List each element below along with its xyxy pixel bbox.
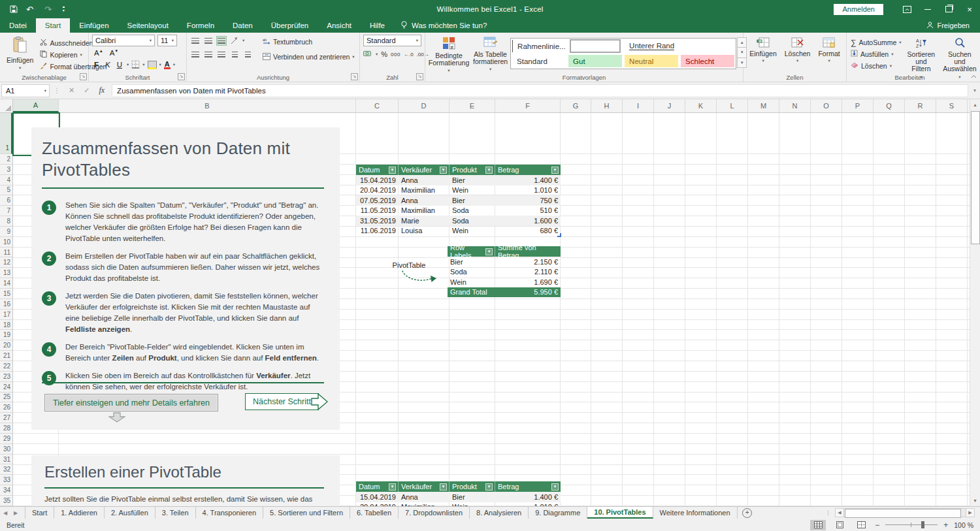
increase-indent-icon[interactable] — [242, 50, 253, 59]
grow-font-button[interactable]: A▲ — [92, 49, 105, 57]
customize-qat-button[interactable]: ▾ — [63, 7, 65, 12]
filter-dropdown-icon[interactable]: ▼ — [440, 167, 447, 174]
clipboard-dialog-launcher[interactable]: ↘ — [80, 73, 87, 80]
comma-style-icon[interactable]: 000 — [391, 52, 400, 57]
cell[interactable]: Bier — [449, 195, 495, 206]
row-header-26[interactable]: 26 — [0, 402, 12, 413]
normal-view-button[interactable] — [810, 520, 826, 530]
sign-in-button[interactable]: Anmelden — [834, 4, 883, 15]
cell[interactable]: 31.05.2019 — [356, 216, 399, 226]
sheet-tab-1-addieren[interactable]: 1. Addieren — [54, 507, 105, 519]
accounting-format-icon[interactable] — [363, 50, 372, 58]
cell[interactable]: Anna — [399, 175, 449, 185]
font-dialog-launcher[interactable]: ↘ — [178, 73, 185, 80]
cell[interactable]: 750 € — [495, 195, 561, 206]
sheet-tab-9-diagramme[interactable]: 9. Diagramme — [529, 507, 587, 519]
horizontal-scrollbar[interactable] — [844, 508, 966, 517]
cell[interactable]: Maximilian — [399, 206, 449, 216]
sheet-tab-8-analysieren[interactable]: 8. Analysieren — [470, 507, 529, 519]
filter-dropdown-icon[interactable]: ▼ — [389, 167, 396, 174]
table-header-betrag[interactable]: Betrag▼ — [495, 481, 561, 492]
row-header-17[interactable]: 17 — [0, 310, 12, 320]
zoom-slider-thumb[interactable] — [921, 521, 924, 528]
align-bottom-icon[interactable] — [216, 36, 227, 46]
table-header-datum[interactable]: Datum▼ — [356, 481, 399, 492]
row-header-33[interactable]: 33 — [0, 475, 12, 485]
cell[interactable]: 11.06.2019 — [356, 226, 399, 236]
filter-dropdown-icon[interactable]: ▼ — [440, 483, 447, 491]
hscroll-right-icon[interactable]: ▶ — [966, 508, 975, 517]
scroll-down-icon[interactable]: ▼ — [970, 495, 980, 506]
cell[interactable]: Wein — [449, 226, 495, 236]
fill-button[interactable]: Ausfüllen▾ — [849, 48, 904, 59]
row-header-1[interactable]: 1 — [0, 113, 12, 154]
column-header-O[interactable]: O — [811, 99, 842, 112]
ribbon-display-options-button[interactable] — [896, 0, 917, 18]
autosum-button[interactable]: ∑ AutoSumme▾ — [849, 37, 904, 48]
conditional-formatting-button[interactable]: ≠ Bedingte Formatierung ▾ — [427, 35, 470, 75]
column-header-R[interactable]: R — [905, 99, 936, 112]
cell[interactable]: Grand Total — [448, 287, 495, 298]
sheet-tab-7-dropdownlisten[interactable]: 7. Dropdownlisten — [399, 507, 470, 519]
font-color-button[interactable]: A — [164, 61, 171, 69]
undo-button[interactable]: ↶▾ — [26, 5, 36, 14]
column-header-E[interactable]: E — [449, 99, 495, 112]
table-header-produkt[interactable]: Produkt▼ — [449, 481, 495, 492]
table-header-verk-ufer[interactable]: Verkäufer▼ — [399, 165, 449, 175]
increase-decimal-icon[interactable]: ←.0 — [404, 52, 414, 57]
vertical-scroll-thumb[interactable] — [971, 111, 980, 244]
paste-button[interactable]: Einfügen ▾ — [2, 35, 38, 75]
cell[interactable]: 510 € — [495, 206, 561, 216]
number-format-select[interactable]: Standard▾ — [363, 35, 421, 46]
cell-style-standard[interactable]: Standard — [512, 55, 566, 67]
row-header-3[interactable]: 3 — [0, 165, 12, 175]
share-button[interactable]: Freigeben — [926, 18, 980, 33]
cell[interactable]: Wein — [448, 277, 495, 287]
orientation-icon[interactable] — [229, 36, 240, 46]
row-header-21[interactable]: 21 — [0, 351, 12, 361]
cell-style-unterer-rand[interactable]: Unterer Rand — [625, 40, 678, 52]
cell-style-blank[interactable] — [570, 39, 621, 53]
cell[interactable]: 15.04.2019 — [356, 175, 399, 185]
cell[interactable]: Soda — [448, 267, 495, 278]
cell-style-neutral[interactable]: Neutral — [625, 55, 678, 67]
row-header-6[interactable]: 6 — [0, 195, 12, 206]
number-dialog-launcher[interactable]: ↘ — [416, 73, 423, 80]
sheet-tab-4-transponieren[interactable]: 4. Transponieren — [196, 507, 264, 519]
horizontal-scroll-thumb[interactable] — [845, 509, 961, 518]
zoom-level[interactable]: 100 % — [954, 521, 973, 529]
hscroll-left-icon[interactable]: ◀ — [835, 508, 844, 517]
column-header-K[interactable]: K — [685, 99, 717, 112]
cell[interactable]: Wein — [449, 185, 495, 196]
percent-style-icon[interactable]: % — [381, 50, 387, 58]
bold-button[interactable]: F — [92, 61, 101, 69]
expand-formula-bar-icon[interactable]: ▾ — [970, 88, 980, 93]
row-header-34[interactable]: 34 — [0, 485, 12, 496]
restore-button[interactable] — [938, 0, 959, 18]
select-all-corner[interactable] — [0, 99, 13, 113]
underline-button[interactable]: U — [115, 61, 124, 69]
row-header-2[interactable]: 2 — [0, 154, 12, 165]
clear-button[interactable]: Löschen▾ — [849, 61, 904, 72]
font-size-select[interactable]: 11▾ — [157, 35, 177, 46]
cell[interactable]: 2.110 € — [495, 267, 561, 278]
cell[interactable]: 5.950 € — [495, 287, 561, 298]
row-header-10[interactable]: 10 — [0, 237, 12, 248]
cell[interactable]: 1.400 € — [495, 175, 561, 185]
table-header-produkt[interactable]: Produkt▼ — [449, 165, 495, 175]
tab-formeln[interactable]: Formeln — [178, 18, 223, 33]
tab-seitenlayout[interactable]: Seitenlayout — [118, 18, 178, 33]
filter-dropdown-icon[interactable]: ▼ — [485, 248, 493, 255]
row-header-30[interactable]: 30 — [0, 444, 12, 455]
fill-color-button[interactable] — [148, 61, 157, 69]
column-header-F[interactable]: F — [495, 99, 561, 112]
cell[interactable]: Maximilian — [399, 185, 449, 196]
table-header-summe-von-betrag[interactable]: Summe von Betrag — [495, 246, 561, 257]
cell[interactable]: 2.150 € — [495, 257, 561, 267]
row-header-11[interactable]: 11 — [0, 248, 12, 258]
tab-ansicht[interactable]: Ansicht — [318, 18, 361, 33]
cell[interactable]: Soda — [449, 206, 495, 216]
sheet-tab-10-pivottables[interactable]: 10. PivotTables — [587, 507, 653, 519]
tab-einf-gen[interactable]: Einfügen — [70, 18, 118, 33]
sheet-tab-start[interactable]: Start — [25, 507, 54, 519]
